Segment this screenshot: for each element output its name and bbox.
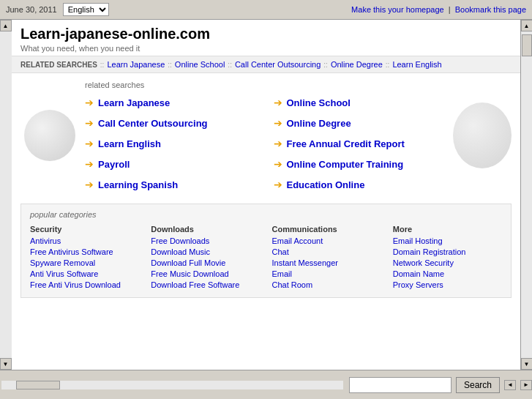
scrollbar-right: ▲ ▼ [520, 20, 532, 370]
link-free-annual-credit-anchor[interactable]: Free Annual Credit Report [287, 138, 405, 149]
scroll-down-btn-right[interactable]: ▼ [521, 358, 533, 370]
link-online-degree-anchor[interactable]: Online Degree [287, 118, 351, 129]
cat-link-free-antivirus[interactable]: Free Antivirus Software [30, 247, 139, 256]
category-communications-header: Communications [272, 225, 381, 234]
nav-item-learn-japanese[interactable]: Learn Japanese [107, 60, 165, 69]
cat-link-network-security[interactable]: Network Security [393, 258, 502, 267]
link-call-center-anchor[interactable]: Call Center Outsourcing [98, 118, 208, 129]
scroll-thumb-right[interactable] [522, 34, 532, 56]
date-display: June 30, 2011 [6, 5, 57, 14]
nav-item-call-center[interactable]: Call Center Outsourcing [235, 60, 321, 69]
category-security-header: Security [30, 225, 139, 234]
nav-sep-4: :: [323, 61, 328, 69]
cat-link-free-anti-virus-download[interactable]: Free Anti Virus Download [30, 280, 139, 289]
related-searches-label: related searches [85, 81, 447, 89]
homepage-bar: Make this your homepage | Bookmark this … [351, 5, 526, 14]
link-online-computer-training-anchor[interactable]: Online Computer Training [287, 159, 404, 170]
right-circle-decoration [453, 102, 512, 168]
arrow-icon-2: ➔ [274, 97, 282, 108]
scroll-right-btn[interactable]: ► [520, 380, 532, 390]
cat-link-chat[interactable]: Chat [272, 247, 381, 256]
arrow-icon-5: ➔ [85, 138, 94, 149]
bottom-scroll-thumb[interactable] [16, 381, 60, 389]
scroll-track-left [0, 31, 12, 358]
categories-grid: Security Antivirus Free Antivirus Softwa… [30, 225, 502, 291]
language-select[interactable]: English [63, 3, 109, 16]
category-security: Security Antivirus Free Antivirus Softwa… [30, 225, 139, 291]
link-learn-english: ➔ Learn English [85, 138, 259, 149]
left-decoration [20, 81, 79, 190]
cat-link-spyware[interactable]: Spyware Removal [30, 258, 139, 267]
related-nav-bar: RELATED SEARCHES :: Learn Japanese :: On… [12, 56, 520, 73]
link-learn-english-anchor[interactable]: Learn English [98, 138, 161, 149]
cat-link-download-full-movie[interactable]: Download Full Movie [151, 258, 260, 267]
bottom-scroll-track [1, 381, 343, 389]
searches-area: related searches ➔ Learn Japanese ➔ Onli… [79, 81, 453, 190]
bookmark-link[interactable]: Bookmark this page [455, 5, 526, 14]
cat-link-free-downloads[interactable]: Free Downloads [151, 236, 260, 245]
cat-link-domain-name[interactable]: Domain Name [393, 269, 502, 278]
link-online-school: ➔ Online School [274, 97, 448, 108]
scroll-up-btn-left[interactable]: ▲ [0, 20, 12, 31]
cat-link-email-account[interactable]: Email Account [272, 236, 381, 245]
arrow-icon-4: ➔ [274, 117, 282, 129]
link-call-center: ➔ Call Center Outsourcing [85, 117, 259, 129]
arrow-icon-7: ➔ [85, 158, 94, 170]
arrow-icon-10: ➔ [274, 179, 282, 190]
content-area: Learn-japanese-online.com What you need,… [12, 20, 520, 370]
link-online-degree: ➔ Online Degree [274, 117, 448, 129]
category-more-header: More [393, 225, 502, 234]
arrow-icon-1: ➔ [85, 97, 94, 108]
cat-link-proxy-servers[interactable]: Proxy Servers [393, 280, 502, 289]
date-lang-area: June 30, 2011 English [6, 3, 109, 16]
cat-link-instant-messenger[interactable]: Instant Messenger [272, 258, 381, 267]
cat-link-chat-room[interactable]: Chat Room [272, 280, 381, 289]
link-learning-spanish: ➔ Learning Spanish [85, 179, 259, 190]
nav-sep-1: :: [100, 61, 105, 69]
cat-link-email-hosting[interactable]: Email Hosting [393, 236, 502, 245]
scroll-up-btn-right[interactable]: ▲ [521, 20, 533, 31]
category-communications: Communications Email Account Chat Instan… [272, 225, 381, 291]
nav-sep-3: :: [228, 61, 232, 69]
nav-item-online-school[interactable]: Online School [175, 60, 225, 69]
link-learning-spanish-anchor[interactable]: Learning Spanish [98, 179, 178, 190]
arrow-icon-9: ➔ [85, 179, 94, 190]
link-learn-japanese-anchor[interactable]: Learn Japanese [98, 97, 170, 108]
site-tagline: What you need, when you need it [20, 44, 512, 53]
link-payroll: ➔ Payroll [85, 158, 259, 170]
search-input[interactable] [349, 377, 452, 393]
scroll-down-btn-left[interactable]: ▼ [0, 358, 12, 370]
link-learn-japanese: ➔ Learn Japanese [85, 97, 259, 108]
nav-sep-2: :: [168, 61, 172, 69]
cat-link-antivirus[interactable]: Antivirus [30, 236, 139, 245]
scroll-left-btn[interactable]: ◄ [504, 380, 516, 390]
homepage-link[interactable]: Make this your homepage [351, 5, 444, 14]
scrollbar-left: ▲ ▼ [0, 20, 12, 370]
nav-sep-5: :: [386, 61, 390, 69]
popular-label: popular categories [30, 210, 502, 219]
cat-link-anti-virus-software[interactable]: Anti Virus Software [30, 269, 139, 278]
link-online-school-anchor[interactable]: Online School [287, 97, 351, 108]
popular-section: popular categories Security Antivirus Fr… [20, 204, 512, 298]
site-header: Learn-japanese-online.com What you need,… [12, 20, 520, 56]
cat-link-download-free-software[interactable]: Download Free Software [151, 280, 260, 289]
link-online-computer-training: ➔ Online Computer Training [274, 158, 448, 170]
cat-link-email[interactable]: Email [272, 269, 381, 278]
right-decoration [453, 81, 512, 190]
cat-link-free-music-download[interactable]: Free Music Download [151, 269, 260, 278]
scroll-track-right [521, 31, 533, 358]
main-content: related searches ➔ Learn Japanese ➔ Onli… [12, 73, 520, 198]
link-education-online: ➔ Education Online [274, 179, 448, 190]
cat-link-download-music[interactable]: Download Music [151, 247, 260, 256]
nav-item-learn-english[interactable]: Learn English [392, 60, 441, 69]
left-circle-decoration [24, 110, 75, 161]
arrow-icon-8: ➔ [274, 158, 282, 170]
browser-chrome: June 30, 2011 English Make this your hom… [0, 0, 532, 20]
category-more: More Email Hosting Domain Registration N… [393, 225, 502, 291]
search-button[interactable]: Search [456, 377, 500, 393]
arrow-icon-3: ➔ [85, 117, 94, 129]
cat-link-domain-registration[interactable]: Domain Registration [393, 247, 502, 256]
link-payroll-anchor[interactable]: Payroll [98, 159, 130, 170]
link-education-online-anchor[interactable]: Education Online [287, 179, 365, 190]
nav-item-online-degree[interactable]: Online Degree [331, 60, 383, 69]
